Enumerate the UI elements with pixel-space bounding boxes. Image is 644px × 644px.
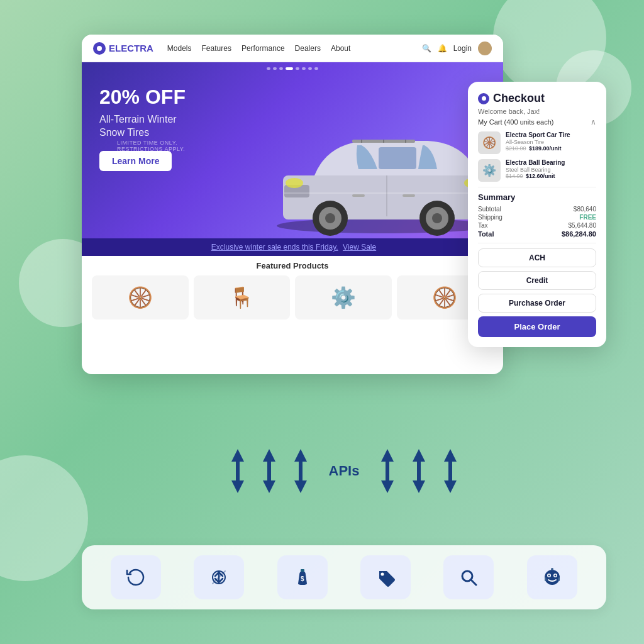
seat-icon: 🪑	[229, 286, 254, 309]
hero-dots	[267, 67, 318, 70]
summary-total: Total $86,284.80	[478, 230, 596, 238]
svg-point-8	[325, 213, 335, 223]
electra-logo-icon	[93, 42, 106, 55]
dot-6[interactable]	[302, 67, 306, 70]
robot-icon-item[interactable]	[527, 555, 577, 599]
svg-point-4	[286, 178, 303, 188]
credit-button[interactable]: Credit	[478, 271, 596, 290]
checkout-panel: Checkout Welcome back, Jax! My Cart (400…	[468, 82, 606, 347]
refresh-icon	[125, 566, 147, 589]
arrow-pair-5	[409, 449, 428, 493]
dot-4[interactable]	[286, 67, 293, 70]
svg-rect-15	[402, 194, 415, 197]
hero-car-image	[264, 87, 503, 238]
nav-links: Models Features Performance Dealers Abou…	[167, 44, 422, 53]
dot-7[interactable]	[308, 67, 312, 70]
svg-line-45	[471, 580, 476, 585]
nav-features[interactable]: Features	[202, 44, 231, 53]
cart-item-1-img: 🛞	[478, 131, 501, 154]
summary-shipping: Shipping FREE	[478, 214, 596, 221]
product-seat[interactable]: 🪑	[194, 275, 291, 319]
svg-point-0	[277, 218, 491, 233]
dot-1[interactable]	[267, 67, 270, 70]
hero-section: 20% OFF All-Terrain Winter Snow Tires Le…	[82, 62, 503, 238]
svg-rect-42	[301, 569, 304, 572]
nav-bar: ELECTRA Models Features Performance Deal…	[82, 35, 503, 62]
hero-disclaimer: LIMITED TIME ONLY. RESTRICTIONS APPLY.	[117, 140, 186, 152]
transfer-icon	[208, 566, 230, 589]
svg-point-50	[554, 575, 556, 577]
refresh-icon-item[interactable]	[111, 555, 161, 599]
summary-subtotal: Subtotal $80,640	[478, 206, 596, 213]
summary-title: Summary	[478, 192, 596, 202]
tire-1-icon: 🛞	[128, 286, 153, 309]
svg-point-11	[432, 213, 442, 223]
svg-marker-20	[231, 449, 244, 462]
arrow-pair-1	[228, 449, 247, 493]
cart-item-1-old-price: $210.00	[506, 145, 526, 152]
svg-marker-38	[444, 480, 457, 493]
dot-3[interactable]	[279, 67, 283, 70]
learn-more-button[interactable]: Learn More	[99, 151, 172, 171]
search-icon-item[interactable]	[443, 555, 494, 599]
tire-2-icon: 🛞	[432, 286, 457, 309]
cart-item-2-subtitle: Steel Ball Bearing	[506, 167, 596, 173]
money-icon-item[interactable]: $	[277, 555, 328, 599]
svg-text:$: $	[301, 575, 304, 582]
nav-performance[interactable]: Performance	[242, 44, 285, 53]
avatar	[478, 42, 492, 55]
search-icon[interactable]: 🔍	[422, 44, 431, 53]
nav-about[interactable]: About	[331, 44, 350, 53]
dot-2[interactable]	[273, 67, 277, 70]
arrow-pair-2	[260, 449, 279, 493]
nav-dealers[interactable]: Dealers	[295, 44, 321, 53]
cart-collapse-icon[interactable]: ∧	[591, 118, 596, 126]
svg-rect-2	[379, 147, 416, 169]
nav-login[interactable]: Login	[453, 44, 472, 53]
svg-point-46	[545, 570, 560, 585]
arrow-pair-3	[291, 449, 310, 493]
cart-item-2-img: ⚙️	[478, 159, 501, 182]
arrow-pair-6	[441, 449, 460, 493]
dot-5[interactable]	[296, 67, 299, 70]
checkout-logo-icon	[478, 93, 489, 104]
cart-item-1-info: Electra Sport Car Tire All-Season Tire $…	[506, 131, 596, 152]
nav-models[interactable]: Models	[167, 44, 192, 53]
winter-banner-text: Exclusive winter sale ends this Friday.	[211, 243, 338, 252]
summary-tax: Tax $5,644.80	[478, 222, 596, 229]
ach-button[interactable]: ACH	[478, 248, 596, 267]
purchase-order-button[interactable]: Purchase Order	[478, 294, 596, 313]
transfer-icon-item[interactable]	[194, 555, 244, 599]
svg-rect-53	[545, 577, 547, 581]
svg-rect-54	[558, 577, 560, 581]
summary-divider	[478, 187, 596, 187]
cart-item-2-name: Electra Ball Bearing	[506, 159, 596, 167]
svg-marker-30	[381, 449, 394, 462]
payment-divider	[478, 243, 596, 243]
cart-item-2: ⚙️ Electra Ball Bearing Steel Ball Beari…	[478, 159, 596, 182]
svg-rect-28	[299, 462, 303, 480]
featured-section: Featured Products 🛞 🪑 ⚙️ 🛞	[82, 256, 503, 325]
cart-item-2-info: Electra Ball Bearing Steel Ball Bearing …	[506, 159, 596, 179]
view-sale-link[interactable]: View Sale	[343, 243, 376, 252]
product-wheel[interactable]: ⚙️	[295, 275, 392, 319]
product-tire-1[interactable]: 🛞	[92, 275, 189, 319]
cart-item-2-old-price: $14.00	[506, 173, 523, 179]
nav-actions: 🔍 🔔 Login	[422, 42, 492, 55]
product-row: 🛞 🪑 ⚙️ 🛞	[92, 275, 493, 319]
svg-marker-22	[231, 480, 244, 493]
browser-window: ELECTRA Models Features Performance Deal…	[82, 35, 503, 374]
svg-rect-37	[448, 462, 452, 480]
svg-point-52	[551, 568, 553, 570]
featured-title: Featured Products	[92, 261, 493, 270]
place-order-button[interactable]: Place Order	[478, 316, 596, 337]
svg-marker-29	[294, 480, 307, 493]
dot-8[interactable]	[314, 67, 318, 70]
tag-icon-item[interactable]	[360, 555, 411, 599]
cart-item-1-name: Electra Sport Car Tire	[506, 131, 596, 139]
nav-logo-text: ELECTRA	[109, 43, 153, 53]
svg-rect-25	[267, 462, 271, 480]
svg-marker-35	[413, 480, 425, 493]
notification-icon[interactable]: 🔔	[438, 44, 447, 53]
icons-bar: $	[82, 545, 606, 609]
